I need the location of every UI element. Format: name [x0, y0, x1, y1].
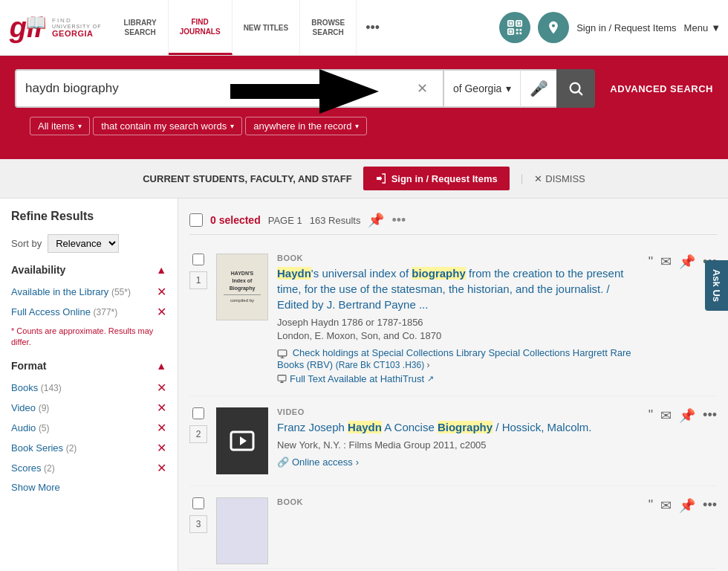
qr-code-icon[interactable]: [499, 12, 530, 43]
list-item: Audio (5) ✕: [11, 418, 166, 438]
pin-icon[interactable]: [538, 12, 569, 43]
result-checkbox-3[interactable]: [192, 497, 204, 509]
result-type-1: BOOK: [277, 254, 634, 262]
availability-library-link[interactable]: Available in the Library (55*): [11, 286, 131, 297]
availability-online-link[interactable]: Full Access Online (377*): [11, 306, 117, 317]
pin-icon[interactable]: 📌: [679, 497, 695, 514]
online-access-link[interactable]: 🔗 Online access ›: [277, 457, 634, 468]
pin-icon[interactable]: 📌: [679, 407, 695, 424]
result-type-2: VIDEO: [277, 407, 634, 416]
result-actions-2: " ✉ 📌 •••: [649, 407, 717, 474]
result-title-1[interactable]: Haydn's universal index of biography fro…: [277, 265, 634, 312]
nav-more-button[interactable]: •••: [357, 20, 389, 36]
result-title-2[interactable]: Franz Joseph Haydn A Concise Biography /…: [277, 419, 634, 435]
search-area: ✕ of Georgia ▾ 🎤 ADVANCED SEARCH All ite…: [0, 56, 728, 159]
format-audio-link[interactable]: Audio (5): [11, 422, 50, 433]
chevron-down-icon: ▾: [230, 122, 234, 130]
sort-select[interactable]: Relevance: [48, 234, 119, 253]
nav-new-titles[interactable]: NEW TITLES: [233, 0, 301, 55]
cite-icon[interactable]: ": [649, 407, 653, 423]
search-button[interactable]: [556, 69, 595, 108]
result-checkbox-1[interactable]: [192, 254, 204, 265]
search-clear-button[interactable]: ✕: [417, 80, 428, 97]
svg-rect-7: [520, 29, 522, 31]
result-actions-3: " ✉ 📌 •••: [649, 497, 717, 564]
result-thumbnail-3: [216, 497, 268, 564]
book-icon: 📖: [26, 13, 46, 33]
more-icon[interactable]: •••: [703, 497, 717, 513]
list-item: Available in the Library (55*) ✕: [11, 282, 166, 302]
result-checkbox-2[interactable]: [192, 407, 204, 419]
svg-rect-5: [510, 30, 513, 33]
svg-marker-16: [240, 436, 247, 445]
anywhere-filter[interactable]: anywhere in the record ▾: [245, 117, 367, 135]
format-toggle[interactable]: ▲: [156, 360, 166, 372]
email-icon[interactable]: ✉: [660, 407, 672, 424]
svg-rect-3: [518, 22, 521, 25]
show-more-link[interactable]: Show More: [11, 482, 166, 493]
main-nav: LIBRARYSEARCH FINDJOURNALS NEW TITLES BR…: [113, 0, 389, 55]
format-scores-link[interactable]: Scores (2): [11, 462, 55, 474]
sign-in-link[interactable]: Sign in / Request Items: [576, 22, 676, 33]
sort-by-label: Sort by: [11, 238, 42, 249]
results-area: 0 selected PAGE 1 163 Results 📌 ••• 1 HA…: [178, 199, 728, 571]
header: gil 📖 find UNIVERSITY OF GEORGIA LIBRARY…: [0, 0, 728, 56]
chevron-down-icon: ▾: [506, 83, 511, 94]
more-icon[interactable]: •••: [703, 407, 717, 423]
logo-area: gil 📖 find UNIVERSITY OF GEORGIA: [7, 7, 102, 48]
advanced-search-link[interactable]: ADVANCED SEARCH: [610, 83, 713, 94]
result-type-3: BOOK: [277, 497, 634, 506]
format-books-link[interactable]: Books (143): [11, 382, 62, 393]
availability-section: Availability ▲ Available in the Library …: [11, 264, 166, 349]
remove-video-filter[interactable]: ✕: [157, 401, 166, 415]
hathitrust-link[interactable]: Full Text Available at HathiTrust ↗: [277, 373, 634, 384]
svg-rect-6: [516, 29, 519, 31]
results-toolbar: 0 selected PAGE 1 163 Results 📌 •••: [189, 206, 717, 235]
sort-section: Sort by Relevance: [11, 234, 166, 253]
search-scope-selector[interactable]: of Georgia ▾: [444, 69, 521, 108]
microphone-button[interactable]: 🎤: [521, 69, 556, 108]
nav-find-journals[interactable]: FINDJOURNALS: [169, 0, 233, 55]
list-item: Book Series (2) ✕: [11, 438, 166, 458]
dismiss-button[interactable]: ✕ DISMISS: [534, 173, 585, 184]
pin-icon[interactable]: 📌: [679, 254, 695, 270]
availability-toggle[interactable]: ▲: [156, 264, 166, 276]
svg-line-12: [579, 91, 582, 94]
table-row: 2 VIDEO Franz Joseph Haydn A Concise Bio…: [189, 396, 717, 486]
header-right: Sign in / Request Items Menu ▼: [499, 12, 721, 43]
remove-bookseries-filter[interactable]: ✕: [157, 441, 166, 455]
page-info: PAGE 1: [268, 215, 302, 226]
remove-books-filter[interactable]: ✕: [157, 381, 166, 395]
all-items-filter[interactable]: All items ▾: [30, 117, 90, 135]
pin-results-icon[interactable]: 📌: [368, 212, 384, 228]
remove-library-filter[interactable]: ✕: [157, 285, 166, 299]
remove-online-filter[interactable]: ✕: [157, 305, 166, 319]
result-publisher-2: New York, N.Y. : Films Media Group 2011,…: [277, 439, 634, 451]
search-input[interactable]: [25, 81, 417, 96]
special-collections-link[interactable]: Special Collections Library: [372, 347, 486, 358]
email-icon[interactable]: ✉: [660, 497, 672, 514]
menu-button[interactable]: Menu ▼: [684, 22, 721, 33]
nav-library-search[interactable]: LIBRARYSEARCH: [113, 0, 169, 55]
remove-scores-filter[interactable]: ✕: [157, 461, 166, 475]
counts-note: * Counts are approximate. Results may di…: [11, 326, 166, 349]
remove-audio-filter[interactable]: ✕: [157, 421, 166, 435]
sign-in-banner-button[interactable]: Sign in / Request Items: [363, 167, 510, 190]
sign-in-banner: CURRENT STUDENTS, FACULTY, AND STAFF Sig…: [0, 159, 728, 199]
result-body-2: VIDEO Franz Joseph Haydn A Concise Biogr…: [277, 407, 634, 474]
format-bookseries-link[interactable]: Book Series (2): [11, 442, 77, 454]
nav-browse-search[interactable]: BROWSESEARCH: [300, 0, 357, 55]
univ-label: UNIVERSITY OF: [52, 24, 102, 29]
search-box: ✕: [15, 69, 444, 108]
sidebar-title: Refine Results: [11, 210, 166, 223]
cite-icon[interactable]: ": [649, 254, 653, 270]
select-all-checkbox[interactable]: [189, 213, 203, 227]
more-options-icon[interactable]: •••: [391, 213, 406, 228]
ask-us-tab[interactable]: Ask Us: [705, 260, 728, 311]
cite-icon[interactable]: ": [649, 497, 653, 513]
call-number-link[interactable]: (Rare Bk CT103 .H36): [336, 360, 424, 370]
svg-rect-13: [278, 349, 287, 355]
contain-words-filter[interactable]: that contain my search words ▾: [93, 117, 242, 135]
email-icon[interactable]: ✉: [660, 254, 672, 270]
format-video-link[interactable]: Video (9): [11, 402, 49, 413]
